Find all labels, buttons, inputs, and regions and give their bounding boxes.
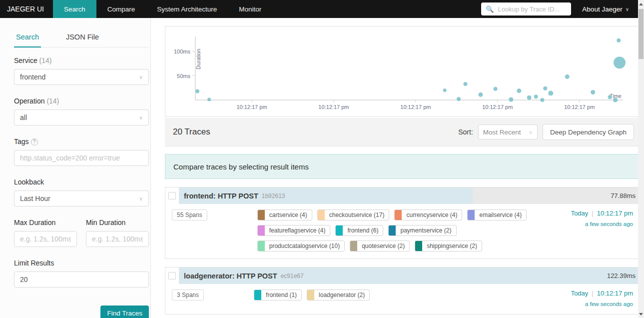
trace-select-checkbox[interactable] [168,272,176,280]
service-tag[interactable]: paymentservice (2) [388,225,456,236]
vertical-scrollbar[interactable] [638,0,644,318]
trace-id-input[interactable] [497,5,567,14]
chevron-down-icon: ∨ [626,6,629,12]
service-tag[interactable]: emailservice (4) [467,210,527,220]
svg-text:50ms: 50ms [177,73,190,79]
chevron-down-icon: ∨ [139,114,143,121]
nav-item-compare[interactable]: Compare [96,0,146,18]
trace-title[interactable]: loadgenerator: HTTP POST [184,272,277,280]
service-color-chip [318,210,325,220]
about-jaeger-menu[interactable]: About Jaeger ∨ [582,6,629,13]
service-tag-label: checkoutservice (17) [325,210,389,220]
service-color-chip [307,290,314,300]
service-tag[interactable]: frontend (1) [254,290,302,300]
trace-timestamps: Today|10:12:17 pm a few seconds ago [571,210,636,227]
service-color-chip [350,241,357,251]
tags-input[interactable] [14,150,149,166]
trace-timestamps: Today|10:12:17 pm a few seconds ago [571,290,636,307]
lookback-select[interactable]: Last Hour ∨ [14,190,149,206]
trace-time-link[interactable]: 10:12:17 pm [597,290,633,297]
service-tags: cartservice (4)checkoutservice (17)curre… [257,210,538,252]
svg-text:10:12:17 pm: 10:12:17 pm [236,104,267,110]
tab-search[interactable]: Search [14,28,41,48]
service-color-chip [258,226,265,236]
service-select[interactable]: frontend ∨ [14,69,149,85]
sidebar-tabs: Search JSON File [14,28,149,48]
app-brand[interactable]: JAEGER UI [0,0,53,18]
operation-label: Operation [14,97,44,105]
trace-select-checkbox[interactable] [168,192,176,200]
trace-duration: 122.39ms [607,272,636,280]
lookback-label: Lookback [14,178,149,186]
service-tag[interactable]: currencyservice (4) [394,210,462,220]
trace-relative-time: a few seconds ago [571,301,633,307]
service-tags: frontend (1)loadgenerator (2) [254,290,535,300]
service-tag[interactable]: cartservice (4) [257,210,312,220]
scroll-up-arrow[interactable] [638,1,644,7]
top-navbar: JAEGER UI Search Compare System Architec… [0,0,644,18]
limit-results-label: Limit Results [14,259,149,267]
service-tag-label: emailservice (4) [475,210,526,220]
service-tag[interactable]: checkoutservice (17) [317,210,390,220]
service-tag-label: featureflagservice (4) [265,226,330,236]
service-color-chip [395,210,402,220]
nav-item-search[interactable]: Search [53,0,96,18]
limit-results-input[interactable] [14,272,149,288]
sort-label: Sort: [458,128,473,136]
help-icon[interactable]: ? [31,138,38,146]
tags-label: Tags [14,138,29,146]
service-tag[interactable]: featureflagservice (4) [257,225,331,236]
trace-header[interactable]: loadgenerator: HTTP POST ec91e67 122.39m… [165,268,641,284]
scrollbar-thumb[interactable] [639,9,644,59]
scroll-down-arrow[interactable] [638,311,644,317]
chevron-down-icon: ∨ [139,74,143,80]
service-label: Service [14,56,37,64]
service-tag-label: shippingservice (2) [422,241,482,251]
chevron-down-icon: ∨ [139,196,143,202]
trace-id-search-box[interactable]: 🔍 [481,2,571,16]
svg-text:10:12:17 pm: 10:12:17 pm [400,104,431,110]
service-tag[interactable]: loadgenerator (2) [307,290,370,300]
span-count-chip: 3 Spans [172,290,204,300]
trace-relative-time: a few seconds ago [571,221,633,227]
service-tag-label: currencyservice (4) [402,210,462,220]
trace-date-link[interactable]: Today [571,210,589,217]
trace-id: ec91e67 [281,272,304,280]
compare-banner: Compare traces by selecting result items [165,154,641,179]
service-tag-label: frontend (6) [343,226,383,236]
service-tag[interactable]: productcatalogservice (10) [257,240,345,252]
service-tag-label: loadgenerator (2) [314,290,369,300]
operation-select[interactable]: all ∨ [14,110,149,126]
search-results-main: 50ms100msDuration10:12:17 pm10:12:17 pm1… [151,18,644,318]
min-duration-input[interactable] [86,231,149,247]
svg-text:10:12:17 pm: 10:12:17 pm [318,104,349,110]
trace-date-link[interactable]: Today [571,290,589,297]
service-tag[interactable]: frontend (6) [335,225,383,236]
trace-id: 1b92613 [262,192,285,200]
svg-text:100ms: 100ms [174,48,191,54]
trace-count: 20 Traces [173,127,210,137]
service-count: (14) [39,56,52,64]
trace-header[interactable]: frontend: HTTP POST 1b92613 77.88ms [165,188,641,204]
duration-scatter-chart: 50ms100msDuration10:12:17 pm10:12:17 pm1… [165,26,641,117]
service-tag-label: productcatalogservice (10) [265,241,344,251]
find-traces-button[interactable]: Find Traces [100,306,149,318]
chevron-down-icon: ∨ [529,130,533,135]
scatter-plot-svg[interactable]: 50ms100msDuration10:12:17 pm10:12:17 pm1… [167,30,639,116]
results-header: 20 Traces Sort: Most Recent ∨ Deep Depen… [165,118,641,146]
deep-dependency-graph-button[interactable]: Deep Dependency Graph [543,124,634,140]
nav-item-monitor[interactable]: Monitor [228,0,272,18]
svg-text:10:12:17 pm: 10:12:17 pm [564,104,595,110]
sort-select[interactable]: Most Recent ∨ [478,124,538,140]
trace-time-link[interactable]: 10:12:17 pm [597,210,633,217]
max-duration-input[interactable] [14,231,77,247]
service-tag[interactable]: shippingservice (2) [415,240,482,252]
service-tag[interactable]: quoteservice (2) [350,240,410,252]
max-duration-label: Max Duration [14,218,77,226]
service-color-chip [415,241,422,251]
operation-count: (14) [46,97,59,105]
trace-title[interactable]: frontend: HTTP POST [184,192,258,200]
tab-json-file[interactable]: JSON File [64,28,101,47]
nav-item-system-architecture[interactable]: System Architecture [146,0,228,18]
search-icon: 🔍 [486,6,494,13]
